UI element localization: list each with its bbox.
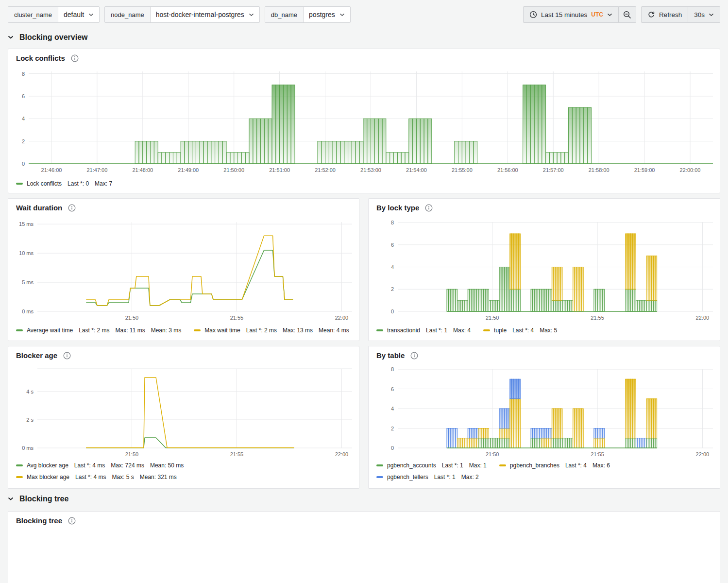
by-lock-type-chart[interactable]: 0246821:5021:5522:00 <box>372 216 717 323</box>
time-range-label: Last 15 minutes <box>541 11 587 18</box>
legend-stat: Max: 2 <box>461 474 479 480</box>
legend-item-transactionid[interactable]: transactionidLast *: 1Max: 4 <box>376 327 471 334</box>
refresh-label: Refresh <box>659 11 682 18</box>
panel-header-by-table[interactable]: By table <box>376 351 418 360</box>
variable-cluster-name: cluster_name default <box>8 6 100 23</box>
svg-text:21:51:00: 21:51:00 <box>269 167 290 173</box>
legend-swatch <box>483 329 490 331</box>
svg-text:0: 0 <box>391 445 394 451</box>
svg-text:21:55: 21:55 <box>230 451 244 457</box>
panel-blocking-tree: Blocking tree <box>8 511 720 583</box>
panel-header-lock-conflicts[interactable]: Lock conflicts <box>16 54 79 62</box>
svg-text:4: 4 <box>22 116 25 121</box>
legend-stat: Mean: 4 ms <box>319 327 349 334</box>
legend-stat: Last *: 2 ms <box>79 327 109 334</box>
section-blocking-overview[interactable]: Blocking overview <box>8 33 88 42</box>
variable-label-node-name: node_name <box>105 7 151 22</box>
refresh-interval-value: 30s <box>694 11 705 18</box>
wait-duration-legend: Average wait timeLast *: 2 msMax: 11 msM… <box>16 325 349 336</box>
blocker-age-chart[interactable]: 0 ms2 s4 s21:5021:5522:00 <box>12 364 356 459</box>
panel-blocker-age: Blocker age 0 ms2 s4 s21:5021:5522:00 Av… <box>8 346 359 489</box>
legend-stat: Last *: 4 <box>565 462 587 469</box>
section-title: Blocking tree <box>19 495 68 503</box>
svg-text:10 ms: 10 ms <box>19 250 34 256</box>
legend-series-name: Lock conflicts <box>27 180 62 187</box>
lock-conflicts-legend: Lock conflictsLast *: 0Max: 7 <box>16 178 112 189</box>
panel-title: Blocking tree <box>16 516 62 525</box>
legend-series-name: transactionid <box>387 327 420 334</box>
variable-dropdown-node-name[interactable]: host-docker-internal-postgres <box>151 7 259 22</box>
info-icon[interactable] <box>71 54 79 62</box>
by-table-chart[interactable]: 0246821:5021:5522:00 <box>372 364 717 459</box>
legend-item-tuple[interactable]: tupleLast *: 4Max: 5 <box>483 327 557 334</box>
panel-by-table: By table 0246821:5021:5522:00 pgbench_ac… <box>368 346 720 489</box>
collapse-chevron-icon <box>8 497 14 501</box>
variable-dropdown-db-name[interactable]: postgres <box>304 7 350 22</box>
info-icon[interactable] <box>425 204 433 212</box>
legend-item-lock-conflicts[interactable]: Lock conflictsLast *: 0Max: 7 <box>16 180 112 187</box>
legend-item-max-blocker-age[interactable]: Max blocker ageLast *: 4 msMax: 5 sMean:… <box>16 474 177 480</box>
panel-header-wait-duration[interactable]: Wait duration <box>16 204 76 212</box>
svg-text:0 ms: 0 ms <box>22 309 34 314</box>
legend-item-average-wait-time[interactable]: Average wait timeLast *: 2 msMax: 11 msM… <box>16 327 181 334</box>
svg-text:21:56:00: 21:56:00 <box>497 167 518 173</box>
legend-stat: Last *: 2 ms <box>246 327 277 334</box>
info-icon[interactable] <box>68 517 76 525</box>
svg-text:22:00: 22:00 <box>696 315 710 321</box>
legend-row: pgbench_accountsLast *: 1Max: 1pgbench_b… <box>376 460 610 471</box>
refresh-interval-dropdown[interactable]: 30s <box>688 6 720 23</box>
refresh-button[interactable]: Refresh <box>641 6 688 23</box>
zoom-out-button[interactable] <box>618 6 636 23</box>
legend-row: Max blocker ageLast *: 4 msMax: 5 sMean:… <box>16 472 184 482</box>
legend-swatch <box>16 464 23 466</box>
svg-text:2: 2 <box>391 426 394 431</box>
legend-series-name: Avg blocker age <box>27 462 68 469</box>
svg-text:5 ms: 5 ms <box>22 279 34 285</box>
by-table-legend: pgbench_accountsLast *: 1Max: 1pgbench_b… <box>376 460 610 482</box>
svg-text:0: 0 <box>391 309 394 314</box>
legend-stat: Mean: 50 ms <box>150 462 184 469</box>
svg-text:8: 8 <box>391 220 394 225</box>
panel-header-blocking-tree[interactable]: Blocking tree <box>16 516 76 525</box>
chevron-down-icon <box>607 13 612 17</box>
by-lock-type-legend: transactionidLast *: 1Max: 4tupleLast *:… <box>376 325 557 336</box>
svg-text:21:54:00: 21:54:00 <box>406 167 427 173</box>
legend-item-pgbench-branches[interactable]: pgbench_branchesLast *: 4Max: 6 <box>499 462 610 469</box>
info-icon[interactable] <box>410 352 418 360</box>
chevron-down-icon <box>709 13 714 17</box>
time-range-picker[interactable]: Last 15 minutes UTC <box>523 6 619 23</box>
legend-stat: Max: 6 <box>593 462 610 469</box>
lock-conflicts-chart[interactable]: 0246821:46:0021:47:0021:48:0021:49:0021:… <box>12 66 717 177</box>
legend-series-name: pgbench_branches <box>510 462 559 469</box>
panel-title: By table <box>376 351 405 360</box>
svg-text:6: 6 <box>391 242 394 248</box>
svg-text:21:55: 21:55 <box>591 451 604 457</box>
legend-stat: Mean: 3 ms <box>151 327 182 334</box>
panel-title: Wait duration <box>16 204 62 212</box>
svg-text:22:00: 22:00 <box>335 451 349 457</box>
variable-dropdown-cluster-name[interactable]: default <box>58 7 99 22</box>
chevron-down-icon <box>249 13 254 17</box>
svg-text:6: 6 <box>22 93 25 99</box>
legend-stat: Last *: 4 ms <box>75 474 106 480</box>
wait-duration-chart[interactable]: 0 ms5 ms10 ms15 ms21:5021:5522:00 <box>12 216 356 323</box>
section-blocking-tree[interactable]: Blocking tree <box>8 495 68 503</box>
legend-stat: Mean: 321 ms <box>140 474 177 480</box>
info-icon[interactable] <box>68 204 76 212</box>
clock-icon <box>529 11 537 18</box>
variable-db-name: db_name postgres <box>265 6 351 23</box>
legend-item-pgbench-accounts[interactable]: pgbench_accountsLast *: 1Max: 1 <box>376 462 487 469</box>
legend-stat: Last *: 4 <box>512 327 534 334</box>
svg-text:2: 2 <box>391 286 394 292</box>
panel-title: Lock conflicts <box>16 54 65 62</box>
zoom-out-icon <box>623 11 631 19</box>
svg-text:6: 6 <box>391 386 394 392</box>
info-icon[interactable] <box>63 352 71 360</box>
collapse-chevron-icon <box>8 35 14 39</box>
legend-item-avg-blocker-age[interactable]: Avg blocker ageLast *: 4 msMax: 724 msMe… <box>16 462 184 469</box>
variable-value-cluster-name: default <box>64 11 84 18</box>
legend-item-pgbench-tellers[interactable]: pgbench_tellersLast *: 1Max: 2 <box>376 474 479 480</box>
legend-item-max-wait-time[interactable]: Max wait timeLast *: 2 msMax: 13 msMean:… <box>194 327 349 334</box>
panel-header-blocker-age[interactable]: Blocker age <box>16 351 71 360</box>
panel-header-by-lock-type[interactable]: By lock type <box>376 204 433 212</box>
